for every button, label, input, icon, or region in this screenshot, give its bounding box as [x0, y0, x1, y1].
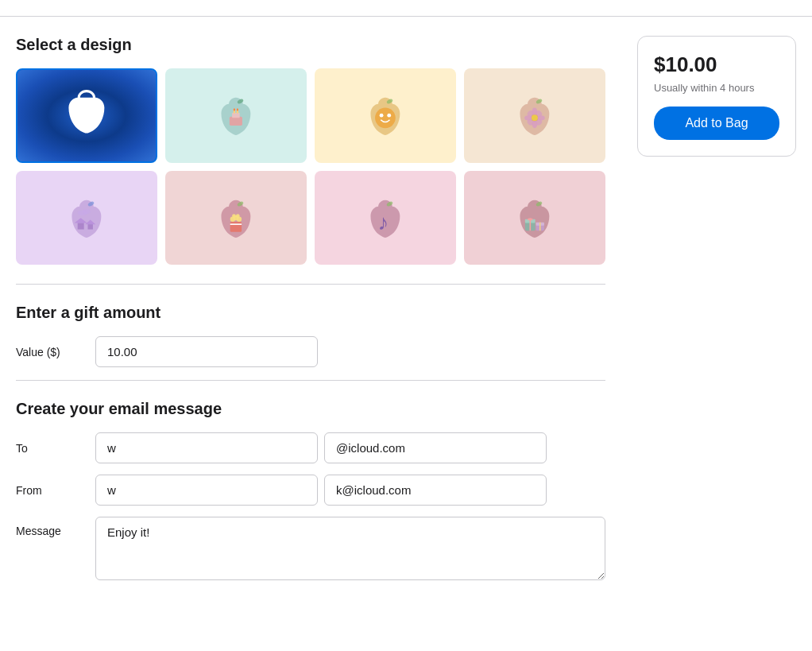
amount-section-title: Enter a gift amount: [16, 304, 605, 322]
to-label: To: [16, 442, 95, 455]
to-name-input[interactable]: [95, 432, 318, 463]
price-box: $10.00 Usually within 4 hours Add to Bag: [637, 36, 796, 157]
svg-point-14: [524, 115, 532, 120]
amount-divider: [16, 284, 605, 285]
design-card-peach-floral[interactable]: [464, 68, 605, 163]
sidebar: $10.00 Usually within 4 hours Add to Bag: [637, 36, 796, 157]
add-to-bag-button[interactable]: Add to Bag: [654, 107, 779, 140]
svg-point-27: [83, 209, 91, 214]
svg-point-20: [532, 115, 538, 122]
email-divider: [16, 380, 605, 381]
message-row: Message Enjoy it!: [16, 517, 605, 583]
svg-point-4: [234, 109, 235, 111]
svg-point-8: [380, 114, 384, 118]
design-card-blue-apple[interactable]: [16, 68, 157, 163]
message-input-wrap: Enjoy it!: [95, 517, 605, 583]
message-label: Message: [16, 517, 95, 537]
design-card-yellow-smile[interactable]: [315, 68, 456, 163]
from-inputs: [95, 475, 547, 506]
to-inputs: [95, 432, 547, 463]
amount-form: Value ($): [16, 336, 605, 367]
svg-rect-29: [230, 222, 242, 232]
svg-point-5: [237, 109, 238, 111]
birthday-cake-icon: [188, 83, 284, 147]
from-name-input[interactable]: [95, 475, 318, 506]
svg-point-42: [528, 218, 532, 220]
svg-point-7: [375, 108, 396, 129]
top-divider: [0, 16, 812, 17]
value-input[interactable]: [95, 336, 318, 367]
music-apple-icon: ♪: [337, 186, 434, 250]
flower-apple-icon: [486, 83, 583, 147]
main-content: Select a design: [16, 36, 605, 583]
from-email-input[interactable]: [324, 475, 547, 506]
smile-apple-icon: [337, 83, 434, 147]
delivery-info: Usually within 4 hours: [654, 82, 779, 94]
to-email-input[interactable]: [324, 432, 547, 463]
from-label: From: [16, 484, 95, 497]
svg-rect-0: [230, 117, 242, 126]
design-card-lavender-scene[interactable]: [16, 171, 157, 265]
svg-rect-22: [78, 223, 84, 229]
page-wrapper: Select a design: [0, 36, 812, 583]
svg-point-35: [236, 214, 240, 218]
message-textarea[interactable]: Enjoy it!: [95, 517, 605, 580]
to-row: To: [16, 432, 605, 463]
svg-rect-24: [88, 224, 93, 229]
design-grid: ♪: [16, 68, 605, 265]
svg-point-34: [232, 214, 236, 218]
svg-text:♪: ♪: [377, 209, 389, 234]
from-row: From: [16, 475, 605, 506]
svg-rect-1: [232, 113, 240, 118]
svg-point-12: [532, 108, 537, 116]
gifts-apple-icon: [486, 186, 583, 250]
design-section-title: Select a design: [16, 36, 605, 54]
svg-point-13: [532, 121, 537, 129]
design-card-pink-popcorn[interactable]: [165, 171, 307, 265]
value-row: Value ($): [16, 336, 605, 367]
email-section-title: Create your email message: [16, 400, 605, 418]
scene-apple-icon: [38, 186, 135, 250]
price-amount: $10.00: [654, 52, 779, 77]
svg-point-15: [537, 115, 545, 120]
svg-point-9: [387, 114, 391, 118]
design-card-mint-birthday[interactable]: [165, 68, 307, 163]
popcorn-apple-icon: [188, 186, 284, 250]
email-form: To From Message Enjoy it!: [16, 432, 605, 583]
apple-logo-icon: [38, 83, 135, 147]
design-card-pink-music[interactable]: ♪: [315, 171, 456, 265]
design-card-rose-gifts[interactable]: [464, 171, 605, 265]
value-label: Value ($): [16, 346, 95, 358]
